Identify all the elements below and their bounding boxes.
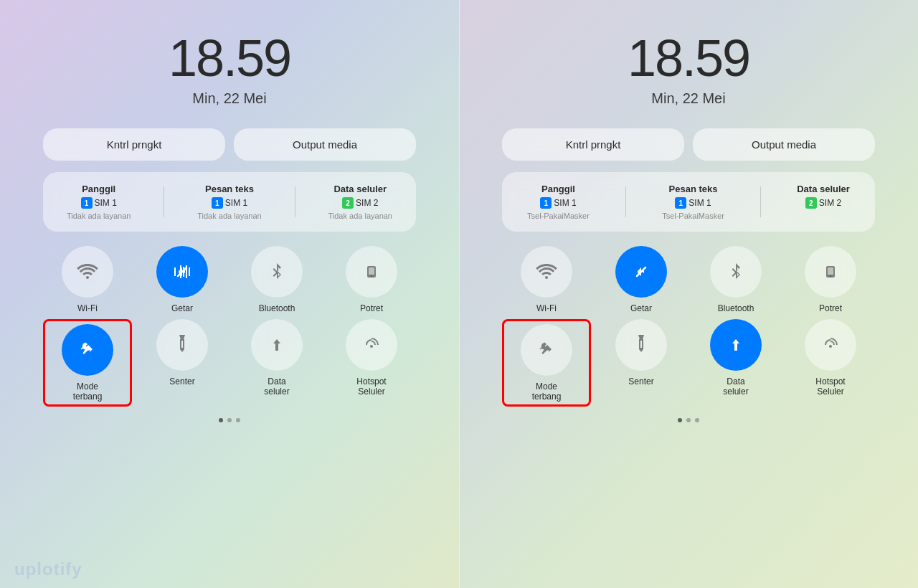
left-icons-row1: Wi-Fi Getar Bluet: [43, 246, 416, 313]
left-sim-panel: Panggil 1 SIM 1 Tidak ada layanan Pesan …: [43, 172, 416, 232]
right-dots: [678, 418, 699, 422]
right-getar-item[interactable]: Getar: [597, 246, 686, 313]
left-hotspot-item[interactable]: HotspotSeluler: [327, 319, 416, 407]
right-icons-row2: Modeterbang Senter Dataseluler: [502, 319, 875, 407]
right-sim-divider2: [760, 186, 761, 217]
flashlight-icon-r: [630, 333, 653, 356]
left-sim-divider2: [295, 186, 295, 217]
left-sim-divider1: [164, 186, 164, 217]
right-icons-row1: Wi-Fi Getar Bluetooth: [502, 246, 875, 313]
right-dot-3: [695, 418, 699, 422]
right-getar-circle: [615, 246, 667, 298]
left-wifi-label: Wi-Fi: [77, 303, 98, 313]
left-sim-data: Data seluler 2 SIM 2 Tidak ada layanan: [328, 184, 393, 220]
svg-point-7: [830, 275, 831, 277]
left-potret-circle: [346, 246, 397, 298]
right-mode-terbang-item[interactable]: Modeterbang: [502, 319, 591, 407]
left-icons-row2: Modeterbang Senter Dataseluler: [43, 319, 416, 407]
right-sim-panggil: Panggil 1 SIM 1 Tsel-PakaiMasker: [527, 184, 590, 220]
left-sim-panggil-badge: 1 SIM 1: [81, 197, 117, 209]
right-kntrl-button[interactable]: Kntrl prngkt: [502, 128, 684, 161]
left-sim-panggil-label: Panggil: [82, 184, 115, 194]
left-wifi-circle: [62, 246, 113, 298]
right-panel: 18.59 Min, 22 Mei Kntrl prngkt Output me…: [459, 0, 918, 588]
left-senter-label: Senter: [169, 376, 194, 387]
right-hotspot-item[interactable]: HotspotSeluler: [786, 319, 875, 407]
left-potret-label: Potret: [360, 303, 383, 313]
left-potret-item[interactable]: Potret: [327, 246, 416, 313]
right-top-buttons: Kntrl prngkt Output media: [502, 128, 875, 161]
hotspot-icon-r: [819, 333, 842, 356]
right-wifi-item[interactable]: Wi-Fi: [502, 246, 591, 313]
right-potret-circle: [805, 246, 856, 298]
airplane-icon: [76, 338, 99, 361]
left-dot-2: [227, 418, 232, 422]
right-data-seluler-item[interactable]: Dataseluler: [691, 319, 780, 407]
left-dot-1: [219, 418, 223, 422]
wifi-icon: [76, 260, 99, 283]
left-bluetooth-item[interactable]: Bluetooth: [232, 246, 321, 313]
right-senter-circle: [615, 319, 667, 371]
left-hotspot-circle: [346, 319, 397, 371]
right-sim-panel: Panggil 1 SIM 1 Tsel-PakaiMasker Pesan t…: [502, 172, 875, 232]
left-data-seluler-item[interactable]: Dataseluler: [232, 319, 321, 407]
bluetooth-icon-r: [724, 260, 747, 283]
getar-icon: [171, 260, 194, 283]
right-sim-pesan: Pesan teks 1 SIM 1 Tsel-PakaiMasker: [662, 184, 724, 220]
right-dot-2: [686, 418, 691, 422]
left-hotspot-label: HotspotSeluler: [356, 376, 386, 397]
data-icon: [265, 333, 288, 356]
left-output-button[interactable]: Output media: [234, 128, 416, 161]
right-wifi-circle: [521, 246, 572, 298]
hotspot-icon: [360, 333, 383, 356]
right-mode-terbang-circle: [521, 324, 572, 376]
left-data-seluler-circle: [251, 319, 303, 371]
right-data-seluler-circle: [710, 319, 762, 371]
right-hotspot-circle: [805, 319, 856, 371]
getar-icon-r: [630, 260, 653, 283]
svg-point-3: [371, 275, 372, 277]
right-sim-divider1: [625, 186, 626, 217]
left-getar-circle: [156, 246, 208, 298]
svg-rect-2: [369, 267, 374, 275]
left-senter-item[interactable]: Senter: [138, 319, 227, 407]
right-time: 18.59: [628, 29, 749, 87]
left-getar-label: Getar: [171, 303, 193, 313]
left-kntrl-button[interactable]: Kntrl prngkt: [43, 128, 225, 161]
watermark: uplotify: [14, 559, 82, 579]
right-bluetooth-circle: [710, 246, 762, 298]
left-mode-terbang-circle: [62, 324, 113, 376]
wifi-icon-r: [535, 260, 558, 283]
bluetooth-icon: [265, 260, 288, 283]
left-mode-terbang-item[interactable]: Modeterbang: [43, 319, 132, 407]
panel-divider: [459, 0, 460, 588]
left-time: 18.59: [169, 29, 290, 87]
left-wifi-item[interactable]: Wi-Fi: [43, 246, 132, 313]
right-date: Min, 22 Mei: [651, 90, 725, 107]
left-top-buttons: Kntrl prngkt Output media: [43, 128, 416, 161]
left-dot-3: [236, 418, 240, 422]
left-date: Min, 22 Mei: [192, 90, 266, 107]
airplane-icon-r: [535, 338, 558, 361]
left-panel: 18.59 Min, 22 Mei Kntrl prngkt Output me…: [0, 0, 459, 588]
left-sim-panggil: Panggil 1 SIM 1 Tidak ada layanan: [67, 184, 131, 220]
left-data-seluler-label: Dataseluler: [264, 376, 289, 397]
potret-icon-r: [819, 260, 842, 283]
flashlight-icon: [171, 333, 194, 356]
left-senter-circle: [156, 319, 208, 371]
left-bluetooth-label: Bluetooth: [259, 303, 295, 313]
right-sim-data: Data seluler 2 SIM 2: [797, 184, 850, 220]
left-getar-item[interactable]: Getar: [138, 246, 227, 313]
right-dot-1: [678, 418, 682, 422]
data-icon-r: [724, 333, 747, 356]
potret-icon: [360, 260, 383, 283]
right-potret-item[interactable]: Potret: [786, 246, 875, 313]
left-dots: [219, 418, 240, 422]
right-bluetooth-item[interactable]: Bluetooth: [691, 246, 780, 313]
left-bluetooth-circle: [251, 246, 303, 298]
svg-rect-6: [828, 267, 833, 275]
left-mode-terbang-label: Modeterbang: [73, 381, 103, 402]
right-senter-item[interactable]: Senter: [597, 319, 686, 407]
right-output-button[interactable]: Output media: [693, 128, 875, 161]
left-sim-pesan: Pesan teks 1 SIM 1 Tidak ada layanan: [197, 184, 262, 220]
